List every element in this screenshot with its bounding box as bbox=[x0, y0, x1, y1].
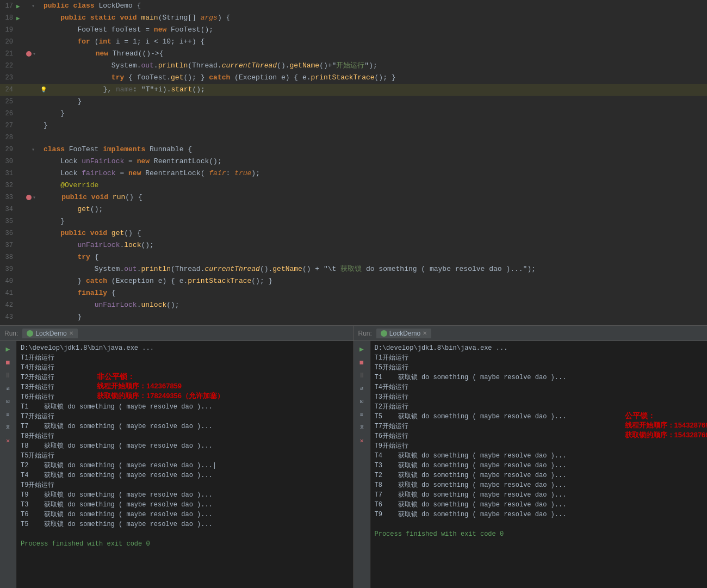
code-line-30: 30 Lock unFairLock = new ReentrantLock()… bbox=[0, 156, 707, 168]
left-finish: Process finished with exit code 0 bbox=[21, 539, 349, 549]
code-content-18: public static void main(String[] args) { bbox=[41, 12, 707, 24]
code-line-35: 35 } bbox=[0, 215, 707, 227]
line-gutter-23: 23 bbox=[0, 74, 41, 82]
code-line-17: 17▶▾public class LockDemo { bbox=[0, 0, 707, 12]
line-number-42: 42 bbox=[0, 301, 15, 309]
fold-21[interactable]: ▾ bbox=[33, 51, 40, 57]
line-gutter-17: 17▶▾ bbox=[0, 2, 41, 10]
line-gutter-37: 37 bbox=[0, 242, 41, 249]
right-btn3[interactable]: ⇄ bbox=[356, 382, 368, 394]
right-tab-close[interactable]: ✕ bbox=[423, 330, 427, 336]
code-line-40: 40 } catch (Exception e) { e.printStackT… bbox=[0, 275, 707, 287]
right-pause-btn[interactable]: ⏸ bbox=[356, 369, 368, 381]
fold-29[interactable]: ▾ bbox=[32, 146, 39, 153]
right-out-4: T4开始运行 bbox=[375, 382, 703, 392]
right-play-btn[interactable]: ▶ bbox=[356, 343, 368, 355]
right-out-16: T6 获取锁 do something ( maybe resolve dao … bbox=[375, 500, 703, 510]
code-line-22: 22 System.out.println(Thread.currentThre… bbox=[0, 60, 707, 72]
right-out-2: T5开始运行 bbox=[375, 363, 703, 373]
code-content-34: get(); bbox=[41, 203, 707, 215]
left-btn3[interactable]: ⇄ bbox=[2, 382, 14, 394]
code-line-39: 39 System.out.println(Thread.currentThre… bbox=[0, 263, 707, 275]
line-number-20: 20 bbox=[0, 38, 15, 46]
line-number-33: 33 bbox=[0, 194, 15, 201]
left-run-tab[interactable]: LockDemo ✕ bbox=[22, 329, 77, 338]
code-line-34: 34 get(); bbox=[0, 203, 707, 215]
line-number-27: 27 bbox=[0, 122, 15, 129]
line-gutter-26: 26 bbox=[0, 110, 41, 117]
left-cmd: D:\develop\jdk1.8\bin\java.exe ... bbox=[21, 343, 349, 353]
right-out-1: T1开始运行 bbox=[375, 353, 703, 363]
left-out-15: T9 获取锁 do something ( maybe resolve dao … bbox=[21, 490, 349, 500]
code-content-44: } bbox=[41, 323, 707, 325]
line-gutter-39: 39 bbox=[0, 265, 41, 273]
right-btn6[interactable]: ⧖ bbox=[356, 422, 368, 434]
line-arrow-18[interactable]: ▶ bbox=[16, 15, 24, 22]
line-number-31: 31 bbox=[0, 170, 15, 177]
code-line-19: 19 FooTest fooTest = new FooTest(); bbox=[0, 24, 707, 36]
left-out-9: T8开始运行 bbox=[21, 431, 349, 441]
right-tab-icon bbox=[381, 330, 387, 337]
code-line-29: 29▾class FooTest implements Runnable { bbox=[0, 144, 707, 156]
left-stop-btn[interactable]: ◼ bbox=[2, 356, 14, 368]
line-number-19: 19 bbox=[0, 26, 15, 34]
code-content-35: } bbox=[41, 215, 707, 227]
code-content-43: } bbox=[41, 311, 707, 323]
code-line-25: 25 } bbox=[0, 96, 707, 108]
right-tab-bar: Run: LockDemo ✕ bbox=[354, 326, 708, 341]
line-gutter-21: 21▾ bbox=[0, 50, 42, 58]
code-lines: 17▶▾public class LockDemo {18▶ public st… bbox=[0, 0, 707, 325]
left-pause-btn[interactable]: ⏸ bbox=[2, 369, 14, 381]
breakpoint-21[interactable] bbox=[26, 51, 32, 57]
bulb-24[interactable]: 💡 bbox=[40, 86, 48, 93]
right-out-10: T9开始运行 bbox=[375, 441, 703, 451]
line-number-37: 37 bbox=[0, 242, 15, 249]
left-play-btn[interactable]: ▶ bbox=[2, 343, 14, 355]
left-out-17: T6 获取锁 do something ( maybe resolve dao … bbox=[21, 510, 349, 519]
left-out-16: T3 获取锁 do something ( maybe resolve dao … bbox=[21, 500, 349, 510]
left-out-13: T4 获取锁 do something ( maybe resolve dao … bbox=[21, 471, 349, 480]
left-btn4[interactable]: ⊡ bbox=[2, 395, 14, 407]
left-btn5[interactable]: ≡ bbox=[2, 408, 14, 420]
right-toolbar: ▶ ◼ ⏸ ⇄ ⊡ ≡ ⧖ ✕ bbox=[354, 341, 370, 588]
left-close-btn[interactable]: ✕ bbox=[2, 435, 14, 447]
right-out-12: T3 获取锁 do something ( maybe resolve dao … bbox=[375, 461, 703, 471]
left-tab-close[interactable]: ✕ bbox=[69, 330, 73, 336]
right-btn5[interactable]: ≡ bbox=[356, 408, 368, 420]
left-run-label: Run: bbox=[4, 330, 18, 337]
right-btn4[interactable]: ⊡ bbox=[356, 395, 368, 407]
run-panel-left: Run: LockDemo ✕ ▶ ◼ ⏸ ⇄ ⊡ ≡ ⧖ ✕ D:\devel… bbox=[0, 326, 354, 588]
line-gutter-18: 18▶ bbox=[0, 14, 41, 22]
code-content-25: } bbox=[41, 96, 707, 108]
left-out-2: T4开始运行 bbox=[21, 363, 349, 373]
code-content-22: System.out.println(Thread.currentThread(… bbox=[41, 60, 707, 72]
right-run-output[interactable]: D:\develop\jdk1.8\bin\java.exe ... T1开始运… bbox=[370, 341, 708, 588]
code-content-39: System.out.println(Thread.currentThread(… bbox=[41, 263, 707, 275]
line-gutter-38: 38 bbox=[0, 253, 41, 261]
left-run-output[interactable]: D:\develop\jdk1.8\bin\java.exe ... T1开始运… bbox=[16, 341, 354, 588]
breakpoint-33[interactable] bbox=[26, 195, 32, 200]
line-number-30: 30 bbox=[0, 158, 15, 165]
left-btn6[interactable]: ⧖ bbox=[2, 422, 14, 434]
line-gutter-32: 32 bbox=[0, 182, 41, 189]
code-content-42: unFairLock.unlock(); bbox=[41, 299, 707, 311]
line-number-40: 40 bbox=[0, 277, 15, 285]
left-out-12: T2 获取锁 do something ( maybe resolve dao … bbox=[21, 461, 349, 471]
left-out-7: T7开始运行 bbox=[21, 412, 349, 422]
code-line-41: 41 finally { bbox=[0, 287, 707, 299]
fold-17[interactable]: ▾ bbox=[32, 3, 39, 9]
code-content-23: try { fooTest.get(); } catch (Exception … bbox=[41, 72, 707, 84]
left-out-14: T9开始运行 bbox=[21, 480, 349, 490]
code-line-20: 20 for (int i = 1; i < 10; i++) { bbox=[0, 36, 707, 48]
line-arrow-17[interactable]: ▶ bbox=[16, 3, 24, 10]
code-line-32: 32 @Override bbox=[0, 180, 707, 191]
fold-33[interactable]: ▾ bbox=[33, 194, 40, 201]
line-gutter-19: 19 bbox=[0, 26, 41, 34]
right-run-tab[interactable]: LockDemo ✕ bbox=[376, 329, 431, 338]
right-close-btn[interactable]: ✕ bbox=[356, 435, 368, 447]
right-stop-btn[interactable]: ◼ bbox=[356, 356, 368, 368]
line-gutter-42: 42 bbox=[0, 301, 41, 309]
left-run-content: ▶ ◼ ⏸ ⇄ ⊡ ≡ ⧖ ✕ D:\develop\jdk1.8\bin\ja… bbox=[0, 341, 354, 588]
left-out-5: T6开始运行获取锁的顺序：178249356（允许加塞） bbox=[21, 392, 349, 402]
editor-area: 17▶▾public class LockDemo {18▶ public st… bbox=[0, 0, 707, 325]
